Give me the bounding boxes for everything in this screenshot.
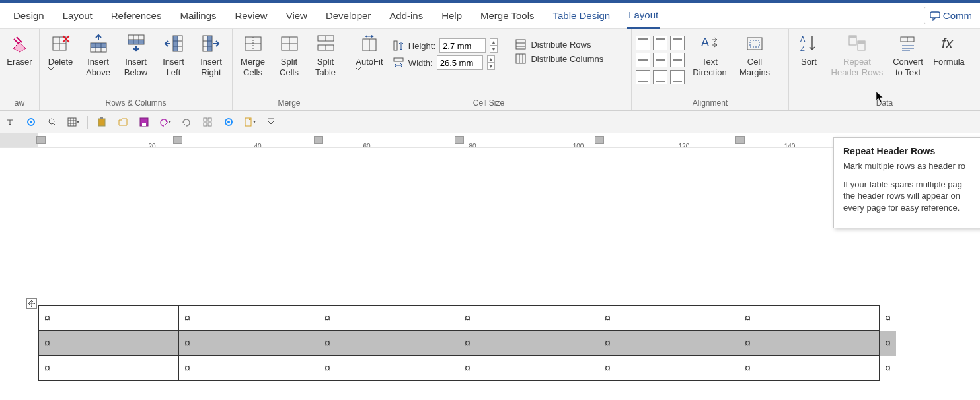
column-marker[interactable]	[595, 136, 604, 144]
tab-mergetools[interactable]: Merge Tools	[479, 3, 535, 29]
merge-cells-button[interactable]: Merge Cells	[237, 32, 269, 78]
height-spin-up[interactable]: ▲	[490, 38, 498, 46]
ruler-tick: 100	[573, 143, 584, 148]
split-cells-button[interactable]: Split Cells	[273, 32, 305, 78]
insert-right-label: Insert Right	[200, 57, 222, 78]
qat-paste-icon[interactable]	[94, 115, 109, 129]
align-top-center[interactable]	[653, 36, 667, 50]
align-mid-center[interactable]	[653, 53, 667, 67]
repeat-header-rows-button[interactable]: Repeat Header Rows	[829, 32, 886, 78]
ruler-tick: 80	[469, 143, 476, 148]
cell-mark: ¤	[184, 312, 190, 323]
svg-text:fx: fx	[942, 35, 954, 51]
quick-access-toolbar: ▾ ▾ ▾	[0, 111, 980, 133]
column-marker[interactable]	[735, 136, 745, 144]
insert-left-button[interactable]: Insert Left	[157, 32, 190, 78]
ruler-tick: 120	[679, 143, 690, 148]
svg-line-68	[54, 123, 56, 126]
align-mid-left[interactable]	[636, 53, 650, 67]
tab-review[interactable]: Review	[234, 3, 269, 29]
autofit-button[interactable]: AutoFit	[350, 32, 389, 71]
width-spin-up[interactable]: ▲	[487, 55, 495, 63]
svg-rect-23	[173, 36, 178, 51]
delete-button[interactable]: Delete	[44, 32, 77, 71]
align-mid-right[interactable]	[670, 53, 685, 67]
tab-layout[interactable]: Layout	[61, 3, 94, 29]
insert-left-icon	[163, 33, 184, 54]
eraser-button[interactable]: Eraser	[4, 32, 35, 67]
group-cellsize-label: Cell Size	[350, 98, 627, 110]
distribute-cols-icon	[515, 53, 527, 65]
split-table-label: Split Table	[315, 57, 336, 78]
qat-undo-icon[interactable]: ▾	[158, 115, 172, 129]
tab-design[interactable]: Design	[12, 3, 46, 29]
column-marker[interactable]	[314, 136, 323, 144]
cell-mark: ¤	[745, 312, 751, 323]
insert-right-button[interactable]: Insert Right	[194, 32, 228, 78]
tab-table-design[interactable]: Table Design	[551, 3, 611, 29]
tooltip-title: Repeat Header Rows	[843, 146, 980, 156]
align-bot-right[interactable]	[670, 70, 685, 84]
cell-mark: ¤	[44, 337, 50, 349]
tab-references[interactable]: References	[110, 3, 163, 29]
distribute-rows-icon	[515, 38, 527, 50]
height-spin-down[interactable]: ▼	[490, 46, 498, 53]
qat-open-icon[interactable]	[116, 115, 130, 129]
ruler-tick: 40	[254, 143, 261, 148]
split-table-button[interactable]: Split Table	[309, 32, 342, 78]
cell-mark: ¤	[184, 337, 190, 349]
height-input[interactable]	[439, 38, 486, 53]
sort-button[interactable]: AZ Sort	[793, 32, 825, 67]
insert-above-button[interactable]: Insert Above	[81, 32, 115, 78]
convert-label: Convert to Text	[893, 57, 923, 78]
width-input[interactable]	[437, 55, 483, 70]
svg-rect-51	[747, 38, 762, 50]
tab-help[interactable]: Help	[440, 3, 463, 29]
align-top-right[interactable]	[670, 36, 685, 50]
qat-redo-icon[interactable]	[179, 115, 194, 129]
convert-to-text-button[interactable]: Convert to Text	[889, 32, 926, 78]
comment-icon	[930, 11, 940, 21]
insert-below-button[interactable]: Insert Below	[119, 32, 153, 78]
tab-developer[interactable]: Developer	[324, 3, 372, 29]
svg-rect-13	[91, 43, 106, 48]
height-icon	[393, 40, 404, 51]
table-move-handle[interactable]	[26, 298, 37, 309]
width-spin-down[interactable]: ▼	[487, 63, 495, 70]
qat-record-icon[interactable]	[24, 115, 38, 129]
align-bot-left[interactable]	[636, 70, 650, 84]
align-top-left[interactable]	[636, 36, 650, 50]
group-draw-label: aw	[4, 98, 35, 110]
distribute-rows-button[interactable]: Distribute Rows	[515, 38, 627, 50]
qat-grid-icon[interactable]	[200, 115, 215, 129]
align-bot-center[interactable]	[653, 70, 667, 84]
text-direction-button[interactable]: A Text Direction	[689, 32, 731, 78]
insert-left-label: Insert Left	[163, 57, 184, 78]
qat-table-icon[interactable]: ▾	[66, 115, 81, 129]
width-label: Width:	[408, 58, 433, 68]
qat-record2-icon[interactable]	[221, 115, 236, 129]
svg-point-67	[49, 119, 54, 124]
cell-margins-button[interactable]: Cell Margins	[735, 32, 774, 78]
tab-mailings[interactable]: Mailings	[178, 3, 217, 29]
qat-zoom-icon[interactable]	[45, 115, 59, 129]
qat-arrow-icon[interactable]	[3, 115, 17, 129]
table-row-selected: ¤ ¤ ¤ ¤ ¤ ¤ ¤	[39, 331, 897, 356]
qat-page-icon[interactable]: ▾	[243, 115, 257, 129]
comments-button[interactable]: Comm	[924, 7, 977, 24]
word-table[interactable]: ¤ ¤ ¤ ¤ ¤ ¤ ¤ ¤ ¤ ¤ ¤ ¤ ¤ ¤ ¤ ¤ ¤ ¤ ¤ ¤ …	[38, 305, 897, 381]
sort-icon: AZ	[798, 33, 819, 54]
distribute-columns-button[interactable]: Distribute Columns	[515, 53, 627, 65]
column-marker[interactable]	[455, 136, 464, 144]
formula-button[interactable]: fx Formula	[930, 32, 967, 67]
distribute-cols-label: Distribute Columns	[531, 54, 603, 64]
tab-view[interactable]: View	[285, 3, 309, 29]
qat-customize-icon[interactable]	[264, 115, 278, 129]
tab-table-layout[interactable]: Layout	[627, 3, 660, 29]
cell-mark: ¤	[605, 312, 611, 323]
indent-marker[interactable]	[36, 136, 46, 144]
sort-label: Sort	[801, 57, 817, 67]
column-marker[interactable]	[173, 136, 182, 144]
tab-addins[interactable]: Add-ins	[388, 3, 424, 29]
qat-save-icon[interactable]	[137, 115, 151, 129]
